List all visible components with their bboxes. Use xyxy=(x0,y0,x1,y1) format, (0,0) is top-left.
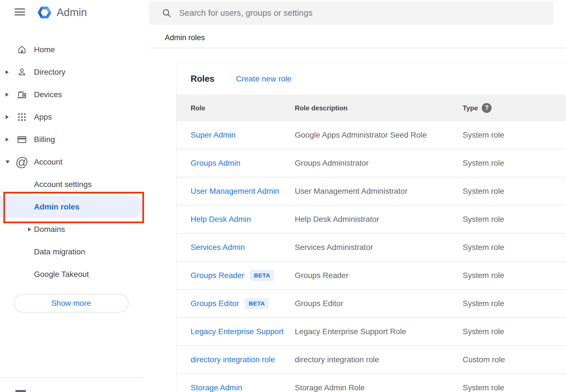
sidebar: Admin Home Directory xyxy=(0,0,149,392)
search-input[interactable] xyxy=(179,8,517,18)
beta-badge: BETA xyxy=(250,270,274,281)
column-header-description: Role description xyxy=(295,104,463,112)
sidebar-item-home[interactable]: Home xyxy=(0,38,149,61)
table-row: Help Desk Admin Help Desk Administrator … xyxy=(177,206,566,234)
role-name-link[interactable]: Help Desk Admin xyxy=(191,215,251,224)
role-description: User Management Administrator xyxy=(295,187,463,196)
sidebar-item-label: Admin roles xyxy=(34,202,79,211)
roles-table-body: Super Admin Google Apps Administrator Se… xyxy=(177,121,566,392)
chevron-right-icon[interactable] xyxy=(6,115,9,119)
sidebar-item-label: Apps xyxy=(34,113,52,122)
role-name-link[interactable]: Groups Editor xyxy=(191,299,239,308)
app-title: Admin xyxy=(57,6,87,19)
role-description: Services Administrator xyxy=(295,243,463,252)
column-header-type: Type ? xyxy=(463,103,566,113)
role-description: Google Apps Administrator Seed Role xyxy=(295,131,463,140)
menu-hamburger-icon[interactable] xyxy=(15,8,25,15)
column-header-role: Role xyxy=(191,104,295,112)
table-row: directory integration role directory int… xyxy=(177,346,566,374)
role-description: Groups Reader xyxy=(295,271,463,280)
role-name-link[interactable]: Legacy Enterprise Support xyxy=(191,327,284,336)
credit-card-icon xyxy=(16,133,28,146)
sidebar-item-billing[interactable]: Billing xyxy=(0,128,149,151)
role-name-link[interactable]: directory integration role xyxy=(191,355,275,364)
role-description: Help Desk Administrator xyxy=(295,215,463,224)
role-name-link[interactable]: Groups Admin xyxy=(191,159,240,168)
table-row: Groups Reader BETA Groups Reader System … xyxy=(177,262,566,290)
header-divider xyxy=(149,48,566,48)
role-name-link[interactable]: Groups Reader xyxy=(191,271,244,280)
roles-panel-header: Roles Create new role xyxy=(177,63,566,95)
sidebar-item-google-takeout[interactable]: Google Takeout xyxy=(0,263,149,286)
role-type: System role xyxy=(463,327,566,336)
role-description: Groups Editor xyxy=(295,299,463,308)
sidebar-item-account[interactable]: @ Account xyxy=(0,151,149,173)
roles-table-header: Role Role description Type ? xyxy=(177,95,566,121)
role-description: Storage Admin Role xyxy=(295,383,463,392)
chevron-right-icon[interactable] xyxy=(6,138,9,142)
table-row: Groups Admin Groups Administrator System… xyxy=(177,149,566,177)
role-name-link[interactable]: User Management Admin xyxy=(191,187,279,196)
sidebar-item-label: Account xyxy=(34,158,62,167)
help-icon[interactable]: ? xyxy=(482,103,492,113)
sidebar-item-domains[interactable]: Domains xyxy=(0,218,149,241)
devices-icon xyxy=(16,88,28,101)
sidebar-item-label: Directory xyxy=(34,68,65,77)
role-type: System role xyxy=(463,159,566,168)
apps-grid-icon xyxy=(16,110,28,124)
role-type: System role xyxy=(463,271,566,280)
person-icon xyxy=(16,65,28,79)
sidebar-item-admin-roles[interactable]: Admin roles xyxy=(0,196,149,218)
breadcrumb: Admin roles xyxy=(165,33,205,42)
role-name-link[interactable]: Super Admin xyxy=(191,131,236,140)
role-type: System role xyxy=(463,187,566,196)
search-icon xyxy=(161,8,172,18)
sidebar-item-label: Devices xyxy=(34,90,62,99)
chevron-right-icon[interactable] xyxy=(28,227,31,231)
beta-badge: BETA xyxy=(245,298,269,309)
cut-off-bottom-icon xyxy=(15,390,26,392)
global-search-bar[interactable] xyxy=(149,1,553,25)
table-row: Groups Editor BETA Groups Editor System … xyxy=(177,290,566,318)
chevron-right-icon[interactable] xyxy=(6,93,9,97)
role-type: Custom role xyxy=(463,355,566,364)
sidebar-item-devices[interactable]: Devices xyxy=(0,83,149,106)
sidebar-item-label: Google Takeout xyxy=(34,270,89,279)
chevron-down-icon[interactable] xyxy=(6,161,10,164)
role-description: Groups Administrator xyxy=(295,159,463,168)
sidebar-item-label: Account settings xyxy=(34,180,92,189)
chevron-right-icon[interactable] xyxy=(6,70,9,74)
table-row: User Management Admin User Management Ad… xyxy=(177,177,566,206)
role-type: System role xyxy=(463,131,566,140)
sidebar-item-data-migration[interactable]: Data migration xyxy=(0,241,149,263)
table-row: Legacy Enterprise Support Legacy Enterpr… xyxy=(177,318,566,346)
sidebar-nav: Home Directory xyxy=(0,38,149,286)
sidebar-item-label: Billing xyxy=(34,135,55,144)
create-new-role-link[interactable]: Create new role xyxy=(236,74,291,83)
role-type: System role xyxy=(463,243,566,252)
sidebar-item-label: Home xyxy=(34,45,55,54)
sidebar-item-label: Data migration xyxy=(34,247,85,256)
show-more-button[interactable]: Show more xyxy=(14,294,129,313)
role-name-link[interactable]: Services Admin xyxy=(191,243,245,252)
role-description: Legacy Enterprise Support Role xyxy=(295,327,463,336)
admin-logo-icon xyxy=(36,4,53,21)
home-icon xyxy=(16,43,28,56)
role-type: System role xyxy=(463,215,566,224)
sidebar-bottom-divider xyxy=(0,377,143,378)
table-row: Storage Admin Storage Admin Role System … xyxy=(177,374,566,392)
sidebar-item-apps[interactable]: Apps xyxy=(0,106,149,128)
role-name-link[interactable]: Storage Admin xyxy=(191,383,242,392)
panel-title: Roles xyxy=(191,74,214,84)
at-sign-icon: @ xyxy=(16,155,28,169)
table-row: Services Admin Services Administrator Sy… xyxy=(177,234,566,262)
sidebar-item-directory[interactable]: Directory xyxy=(0,61,149,83)
sidebar-item-label: Domains xyxy=(34,225,65,234)
role-type: System role xyxy=(463,299,566,308)
role-type: System role xyxy=(463,383,566,392)
role-description: directory integration role xyxy=(295,355,463,364)
roles-panel: Roles Create new role Role Role descript… xyxy=(176,63,566,392)
table-row: Super Admin Google Apps Administrator Se… xyxy=(177,121,566,149)
sidebar-item-account-settings[interactable]: Account settings xyxy=(0,173,149,196)
